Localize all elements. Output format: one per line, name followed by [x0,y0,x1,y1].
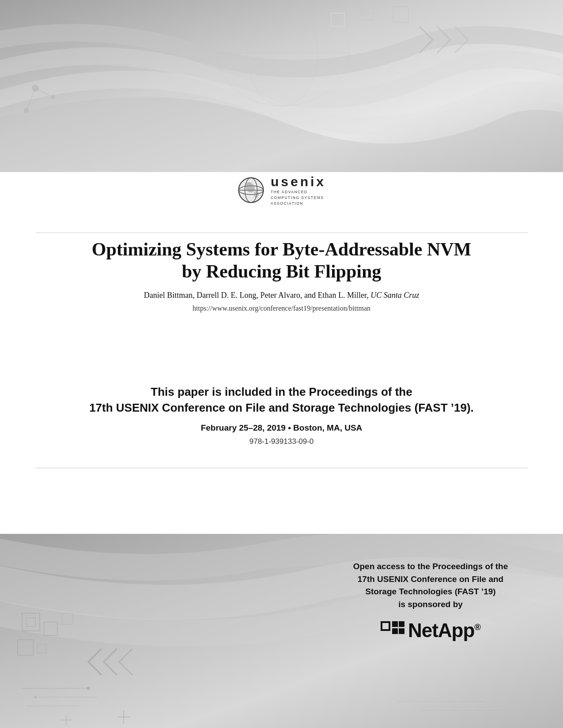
proceedings-date: February 25–28, 2019 • Boston, MA, USA [35,423,528,433]
sponsor-section: Open access to the Proceedings of the 17… [342,560,519,642]
svg-rect-40 [399,621,404,627]
top-banner-svg [0,0,563,172]
paper-url: https://www.usenix.org/conference/fast19… [35,304,528,312]
usenix-globe-icon [237,176,264,204]
svg-rect-41 [392,628,398,634]
sponsor-text: Open access to the Proceedings of the 17… [342,560,519,611]
netapp-icon [381,621,404,640]
main-content: Optimizing Systems for Byte-Addressable … [0,238,563,330]
netapp-trademark: ® [474,622,480,632]
mid-divider [35,468,528,468]
proceedings-isbn: 978-1-939133-09-0 [35,437,528,446]
svg-rect-42 [399,628,404,634]
usenix-wordmark: usenix [271,174,326,189]
usenix-logo: usenix THE ADVANCED COMPUTING SYSTEMS AS… [237,174,326,206]
netapp-logo: NetApp® [342,619,519,642]
top-divider [35,233,528,233]
proceedings-section: This paper is included in the Proceeding… [0,384,563,446]
svg-point-29 [87,687,90,690]
svg-rect-39 [392,621,398,627]
usenix-text: usenix THE ADVANCED COMPUTING SYSTEMS AS… [271,174,326,206]
paper-affiliation: UC Santa Cruz [369,291,419,300]
svg-point-30 [34,696,37,698]
netapp-wordmark: NetApp® [408,619,480,642]
usenix-tagline: THE ADVANCED COMPUTING SYSTEMS ASSOCIATI… [271,189,326,206]
bottom-banner: Open access to the Proceedings of the 17… [0,534,563,728]
proceedings-text: This paper is included in the Proceeding… [35,384,528,416]
paper-authors: Daniel Bittman, Darrell D. E. Long, Pete… [35,291,528,300]
paper-title: Optimizing Systems for Byte-Addressable … [35,238,528,283]
top-banner [0,0,563,172]
svg-rect-38 [382,623,389,629]
netapp-logo-icon [381,621,404,640]
